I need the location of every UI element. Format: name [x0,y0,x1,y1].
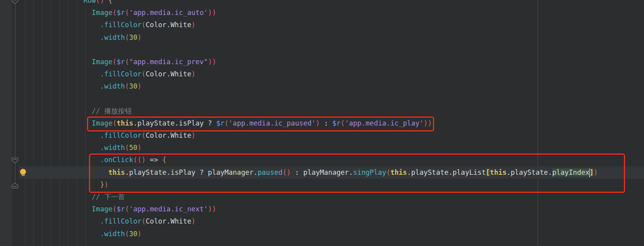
indent-guide [59,0,60,246]
code-line-5[interactable]: Image($r("app.media.ic_prev")) [83,56,644,68]
code-line-3[interactable]: .width(30) [83,31,644,44]
fold-collapse-end-icon[interactable] [11,183,19,189]
editor-gutter [0,0,12,246]
fold-region-line [15,3,15,184]
intention-bulb-icon[interactable] [20,169,26,176]
code-editor: Row() { Image($r('app.media.ic_auto')) .… [0,0,644,246]
fold-collapse-icon[interactable] [11,157,19,163]
indent-guide [25,0,25,246]
code-line-2[interactable]: .fillColor(Color.White) [83,19,644,31]
bulb-glass [20,169,26,175]
code-line-0[interactable]: Row() { [83,0,644,7]
indent-guide [77,0,77,246]
code-line-8[interactable] [83,93,644,105]
fold-collapse-icon[interactable] [11,0,19,4]
bulb-base [22,174,25,176]
code-line-6[interactable]: .fillColor(Color.White) [83,68,644,80]
code-line-7[interactable]: .width(30) [83,80,644,92]
code-line-19[interactable]: .width(30) [83,228,644,240]
code-line-4[interactable] [83,44,644,56]
indent-guide [42,0,43,246]
annotation-box-image-ternary [87,117,434,131]
code-line-1[interactable]: Image($r('app.media.ic_auto')) [83,7,644,19]
annotation-box-onclick [89,154,625,193]
indent-guide [51,0,51,246]
code-line-17[interactable]: Image($r('app.media.ic_next')) [83,203,644,215]
code-line-12[interactable]: .width(50) [83,142,644,154]
code-line-9[interactable]: // 播放按钮 [83,105,644,117]
code-line-18[interactable]: .fillColor(Color.White) [83,215,644,228]
indent-guide [68,0,68,246]
indent-guide [33,0,34,246]
